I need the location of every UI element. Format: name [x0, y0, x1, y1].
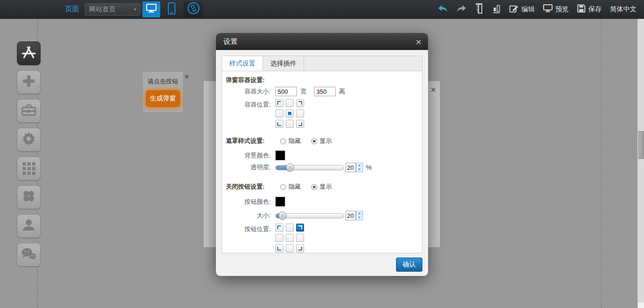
spinner-up-icon[interactable]: ▲: [356, 211, 363, 216]
close-show-option[interactable]: 显示: [311, 183, 332, 191]
preview-button[interactable]: 预览: [543, 4, 569, 14]
redo-button[interactable]: [456, 5, 467, 14]
container-size-row: 容器大小: 宽 高: [222, 87, 422, 96]
bg-color-swatch[interactable]: [275, 150, 285, 160]
settings-panel: 弹窗容器设置: 容器大小: 宽 高 容器位置:: [222, 71, 422, 253]
size-slider-handle[interactable]: [279, 212, 287, 220]
position-cell-bottom-center[interactable]: [286, 120, 294, 128]
sidebar: [17, 42, 41, 266]
ruler-icon: [475, 3, 484, 16]
mask-hide-label: 隐藏: [289, 137, 301, 145]
radio-checked-icon: [311, 138, 317, 144]
position-cell-bottom-right[interactable]: [296, 120, 304, 128]
opacity-value-input[interactable]: [346, 163, 356, 172]
confirm-button[interactable]: 确认: [396, 258, 422, 272]
mobile-view-button[interactable]: [164, 1, 179, 17]
button-size-label: 大小:: [222, 211, 275, 220]
page-select-value: 网站首页: [89, 5, 116, 14]
modal-title: 设置: [223, 37, 238, 46]
page-label: 页面: [65, 5, 79, 14]
position-cell-bottom-left[interactable]: [275, 120, 283, 128]
spinner-up-icon[interactable]: ▲: [356, 163, 363, 167]
toolbox-icon: [21, 103, 36, 118]
btn-position-cell-bottom-center[interactable]: [286, 244, 294, 252]
sidebar-item-settings[interactable]: [17, 128, 41, 151]
btn-position-cell-bottom-right[interactable]: [296, 244, 304, 252]
position-cell-top-left[interactable]: [275, 99, 283, 107]
container-width-input[interactable]: [275, 87, 297, 96]
vertical-scrollbar[interactable]: [637, 19, 644, 308]
share-link-button[interactable]: [184, 1, 203, 17]
stats-icon: [492, 3, 501, 15]
btn-position-cell-bottom-left[interactable]: [275, 244, 283, 252]
generate-popup-button[interactable]: 生成弹窗: [146, 90, 180, 107]
size-slider[interactable]: [275, 213, 344, 218]
mask-section-heading: 遮罩样式设置:: [226, 137, 275, 145]
opacity-label: 透明度:: [222, 163, 275, 172]
modal-tabs: 样式设置 选择插件: [222, 56, 422, 71]
mask-show-option[interactable]: 显示: [311, 137, 332, 145]
size-value-input[interactable]: [346, 211, 356, 220]
position-cell-center-selected[interactable]: [286, 109, 294, 117]
sidebar-item-grid[interactable]: [17, 157, 41, 180]
tab-choose-plugin[interactable]: 选择插件: [263, 56, 304, 71]
ruler-button[interactable]: [475, 3, 484, 16]
btn-position-cell-center[interactable]: [286, 234, 294, 242]
save-button[interactable]: 保存: [577, 4, 602, 14]
save-label: 保存: [588, 5, 602, 14]
mobile-icon: [168, 2, 175, 17]
gear-icon: [21, 131, 36, 148]
position-cell-mid-left[interactable]: [275, 109, 283, 117]
edit-button[interactable]: 编辑: [509, 4, 535, 15]
close-section-heading-row: 关闭按钮设置: 隐藏 显示: [222, 183, 422, 191]
undo-button[interactable]: [438, 5, 448, 14]
opacity-slider-handle[interactable]: [286, 164, 294, 172]
opacity-slider[interactable]: [275, 165, 344, 170]
position-cell-top-right[interactable]: [296, 99, 304, 107]
button-color-swatch[interactable]: [275, 197, 285, 207]
undo-icon: [438, 5, 448, 14]
preview-close-icon[interactable]: ×: [430, 85, 436, 94]
position-cell-mid-right[interactable]: [296, 109, 304, 117]
sidebar-item-appstore[interactable]: [17, 42, 41, 65]
stats-button[interactable]: [492, 3, 501, 15]
sidebar-item-toolbox[interactable]: [17, 99, 41, 123]
modal-close-icon[interactable]: ×: [416, 37, 421, 47]
modal-header[interactable]: 设置 ×: [216, 33, 428, 50]
tab-style-settings[interactable]: 样式设置: [222, 56, 263, 71]
btn-position-cell-top-right-selected[interactable]: [296, 224, 304, 232]
grid-icon: [23, 162, 35, 175]
scrollbar-thumb[interactable]: [638, 131, 644, 159]
sidebar-item-wechat[interactable]: [17, 243, 41, 266]
btn-position-cell-mid-right[interactable]: [296, 234, 304, 242]
position-cell-top-center[interactable]: [286, 99, 294, 107]
close-section-heading: 关闭按钮设置:: [226, 183, 275, 191]
container-height-input[interactable]: [314, 87, 336, 96]
mask-opacity-row: 透明度: ▲ ▼ %: [222, 163, 422, 172]
mask-hide-option[interactable]: 隐藏: [280, 137, 301, 145]
btn-position-cell-top-left[interactable]: [275, 224, 283, 232]
scrollbar-corner: [638, 302, 644, 308]
toolbar-right-group: 编辑 预览 保存 简体中文: [438, 3, 644, 16]
container-section-heading-row: 弹窗容器设置:: [226, 76, 264, 84]
btn-position-cell-mid-left[interactable]: [275, 234, 283, 242]
close-visibility-radios: 隐藏 显示: [280, 183, 332, 191]
close-hide-option[interactable]: 隐藏: [280, 183, 301, 191]
desktop-view-button[interactable]: [142, 1, 160, 17]
widget-close-icon[interactable]: ×: [183, 72, 190, 82]
btn-position-cell-top-center[interactable]: [286, 224, 294, 232]
preview-monitor-icon: [543, 4, 553, 14]
sidebar-item-add[interactable]: [17, 70, 41, 94]
sidebar-item-user[interactable]: [17, 214, 41, 238]
spinner-down-icon[interactable]: ▼: [356, 216, 363, 220]
spinner-down-icon[interactable]: ▼: [356, 167, 363, 172]
link-icon: [187, 1, 200, 17]
language-switch[interactable]: 简体中文: [610, 5, 636, 14]
opacity-unit-label: %: [366, 164, 372, 171]
close-size-row: 大小: ▲ ▼: [222, 211, 422, 220]
sidebar-item-modules[interactable]: [17, 185, 41, 209]
container-size-label: 容器大小:: [222, 87, 275, 96]
toolbar-left-group: 页面 网站首页 ▾: [65, 1, 203, 17]
edit-label: 编辑: [521, 5, 535, 14]
page-select[interactable]: 网站首页 ▾: [85, 3, 140, 16]
